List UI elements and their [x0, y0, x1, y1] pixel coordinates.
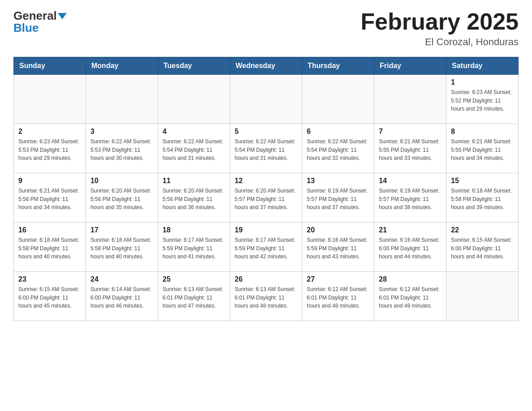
- day-cell: [374, 75, 446, 124]
- day-number: 3: [90, 128, 153, 136]
- week-row-4: 16Sunrise: 6:18 AM Sunset: 5:58 PM Dayli…: [14, 223, 519, 272]
- day-info: Sunrise: 6:22 AM Sunset: 5:54 PM Dayligh…: [307, 137, 369, 163]
- day-cell: 26Sunrise: 6:13 AM Sunset: 6:01 PM Dayli…: [230, 272, 302, 321]
- week-row-5: 23Sunrise: 6:15 AM Sunset: 6:00 PM Dayli…: [14, 272, 519, 321]
- day-number: 23: [18, 275, 81, 283]
- col-wednesday: Wednesday: [230, 57, 302, 75]
- day-info: Sunrise: 6:19 AM Sunset: 5:57 PM Dayligh…: [379, 187, 442, 212]
- col-friday: Friday: [374, 57, 446, 75]
- day-info: Sunrise: 6:22 AM Sunset: 5:54 PM Dayligh…: [235, 137, 297, 163]
- day-number: 10: [90, 177, 153, 185]
- day-info: Sunrise: 6:12 AM Sunset: 6:01 PM Dayligh…: [379, 285, 442, 310]
- day-cell: [14, 75, 86, 124]
- day-info: Sunrise: 6:18 AM Sunset: 5:58 PM Dayligh…: [18, 236, 81, 261]
- day-info: Sunrise: 6:21 AM Sunset: 5:56 PM Dayligh…: [18, 187, 81, 212]
- week-row-1: 1Sunrise: 6:23 AM Sunset: 5:52 PM Daylig…: [14, 75, 519, 124]
- day-cell: [230, 75, 302, 124]
- day-cell: 7Sunrise: 6:21 AM Sunset: 5:55 PM Daylig…: [374, 124, 446, 173]
- day-info: Sunrise: 6:21 AM Sunset: 5:55 PM Dayligh…: [379, 137, 442, 163]
- day-info: Sunrise: 6:17 AM Sunset: 5:59 PM Dayligh…: [163, 236, 225, 261]
- day-cell: 20Sunrise: 6:16 AM Sunset: 5:59 PM Dayli…: [302, 223, 374, 272]
- day-number: 22: [451, 226, 514, 234]
- day-number: 21: [379, 226, 442, 234]
- calendar-title: February 2025: [360, 9, 519, 34]
- day-cell: 4Sunrise: 6:22 AM Sunset: 5:54 PM Daylig…: [158, 124, 230, 173]
- day-number: 17: [90, 226, 153, 234]
- day-cell: [158, 75, 230, 124]
- page-header: General Blue February 2025 El Corozal, H…: [13, 9, 519, 48]
- day-cell: 14Sunrise: 6:19 AM Sunset: 5:57 PM Dayli…: [374, 173, 446, 223]
- day-number: 4: [163, 128, 225, 136]
- day-info: Sunrise: 6:20 AM Sunset: 5:56 PM Dayligh…: [163, 187, 225, 212]
- header-row: Sunday Monday Tuesday Wednesday Thursday…: [14, 57, 519, 75]
- day-cell: 21Sunrise: 6:16 AM Sunset: 6:00 PM Dayli…: [374, 223, 446, 272]
- day-info: Sunrise: 6:22 AM Sunset: 5:53 PM Dayligh…: [90, 137, 153, 163]
- day-cell: 17Sunrise: 6:18 AM Sunset: 5:58 PM Dayli…: [86, 223, 158, 272]
- day-info: Sunrise: 6:12 AM Sunset: 6:01 PM Dayligh…: [307, 285, 369, 310]
- day-info: Sunrise: 6:15 AM Sunset: 6:00 PM Dayligh…: [18, 285, 81, 310]
- week-row-3: 9Sunrise: 6:21 AM Sunset: 5:56 PM Daylig…: [14, 173, 519, 223]
- day-cell: 19Sunrise: 6:17 AM Sunset: 5:59 PM Dayli…: [230, 223, 302, 272]
- day-number: 6: [307, 128, 369, 136]
- day-number: 27: [307, 275, 369, 283]
- day-cell: 3Sunrise: 6:22 AM Sunset: 5:53 PM Daylig…: [86, 124, 158, 173]
- title-block: February 2025 El Corozal, Honduras: [360, 9, 519, 48]
- day-number: 19: [235, 226, 297, 234]
- day-number: 12: [235, 177, 297, 185]
- day-number: 2: [18, 128, 81, 136]
- day-info: Sunrise: 6:15 AM Sunset: 6:00 PM Dayligh…: [451, 236, 514, 261]
- col-monday: Monday: [86, 57, 158, 75]
- calendar-subtitle: El Corozal, Honduras: [360, 36, 519, 48]
- day-cell: 12Sunrise: 6:20 AM Sunset: 5:57 PM Dayli…: [230, 173, 302, 223]
- day-cell: 22Sunrise: 6:15 AM Sunset: 6:00 PM Dayli…: [446, 223, 519, 272]
- day-cell: 1Sunrise: 6:23 AM Sunset: 5:52 PM Daylig…: [446, 75, 519, 124]
- day-number: 18: [163, 226, 225, 234]
- col-tuesday: Tuesday: [158, 57, 230, 75]
- day-number: 9: [18, 177, 81, 185]
- col-sunday: Sunday: [14, 57, 86, 75]
- day-cell: 13Sunrise: 6:19 AM Sunset: 5:57 PM Dayli…: [302, 173, 374, 223]
- day-cell: 9Sunrise: 6:21 AM Sunset: 5:56 PM Daylig…: [14, 173, 86, 223]
- calendar-body: 1Sunrise: 6:23 AM Sunset: 5:52 PM Daylig…: [14, 75, 519, 321]
- day-cell: 25Sunrise: 6:13 AM Sunset: 6:01 PM Dayli…: [158, 272, 230, 321]
- logo: General Blue: [13, 9, 67, 35]
- day-number: 28: [379, 275, 442, 283]
- day-number: 7: [379, 128, 442, 136]
- day-number: 16: [18, 226, 81, 234]
- day-cell: 5Sunrise: 6:22 AM Sunset: 5:54 PM Daylig…: [230, 124, 302, 173]
- day-number: 13: [307, 177, 369, 185]
- logo-blue-text: Blue: [13, 21, 39, 35]
- day-info: Sunrise: 6:20 AM Sunset: 5:56 PM Dayligh…: [90, 187, 153, 212]
- day-number: 26: [235, 275, 297, 283]
- day-cell: 18Sunrise: 6:17 AM Sunset: 5:59 PM Dayli…: [158, 223, 230, 272]
- day-info: Sunrise: 6:18 AM Sunset: 5:58 PM Dayligh…: [90, 236, 153, 261]
- day-info: Sunrise: 6:13 AM Sunset: 6:01 PM Dayligh…: [235, 285, 297, 310]
- day-number: 25: [163, 275, 225, 283]
- col-saturday: Saturday: [446, 57, 519, 75]
- day-cell: [302, 75, 374, 124]
- day-info: Sunrise: 6:17 AM Sunset: 5:59 PM Dayligh…: [235, 236, 297, 261]
- day-cell: [446, 272, 519, 321]
- day-number: 11: [163, 177, 225, 185]
- logo-triangle-icon: [58, 13, 67, 19]
- day-cell: 8Sunrise: 6:21 AM Sunset: 5:55 PM Daylig…: [446, 124, 519, 173]
- day-cell: 15Sunrise: 6:18 AM Sunset: 5:58 PM Dayli…: [446, 173, 519, 223]
- calendar-header: Sunday Monday Tuesday Wednesday Thursday…: [14, 57, 519, 75]
- day-info: Sunrise: 6:14 AM Sunset: 6:00 PM Dayligh…: [90, 285, 153, 310]
- day-number: 15: [451, 177, 514, 185]
- day-number: 5: [235, 128, 297, 136]
- day-info: Sunrise: 6:19 AM Sunset: 5:57 PM Dayligh…: [307, 187, 369, 212]
- day-cell: 16Sunrise: 6:18 AM Sunset: 5:58 PM Dayli…: [14, 223, 86, 272]
- day-info: Sunrise: 6:22 AM Sunset: 5:54 PM Dayligh…: [163, 137, 225, 163]
- day-cell: 28Sunrise: 6:12 AM Sunset: 6:01 PM Dayli…: [374, 272, 446, 321]
- day-cell: 2Sunrise: 6:23 AM Sunset: 5:53 PM Daylig…: [14, 124, 86, 173]
- day-cell: 27Sunrise: 6:12 AM Sunset: 6:01 PM Dayli…: [302, 272, 374, 321]
- day-cell: 6Sunrise: 6:22 AM Sunset: 5:54 PM Daylig…: [302, 124, 374, 173]
- day-cell: 11Sunrise: 6:20 AM Sunset: 5:56 PM Dayli…: [158, 173, 230, 223]
- day-info: Sunrise: 6:21 AM Sunset: 5:55 PM Dayligh…: [451, 137, 514, 163]
- day-info: Sunrise: 6:16 AM Sunset: 6:00 PM Dayligh…: [379, 236, 442, 261]
- day-info: Sunrise: 6:13 AM Sunset: 6:01 PM Dayligh…: [163, 285, 225, 310]
- day-number: 1: [451, 78, 514, 86]
- day-info: Sunrise: 6:23 AM Sunset: 5:53 PM Dayligh…: [18, 137, 81, 163]
- calendar-table: Sunday Monday Tuesday Wednesday Thursday…: [13, 57, 519, 321]
